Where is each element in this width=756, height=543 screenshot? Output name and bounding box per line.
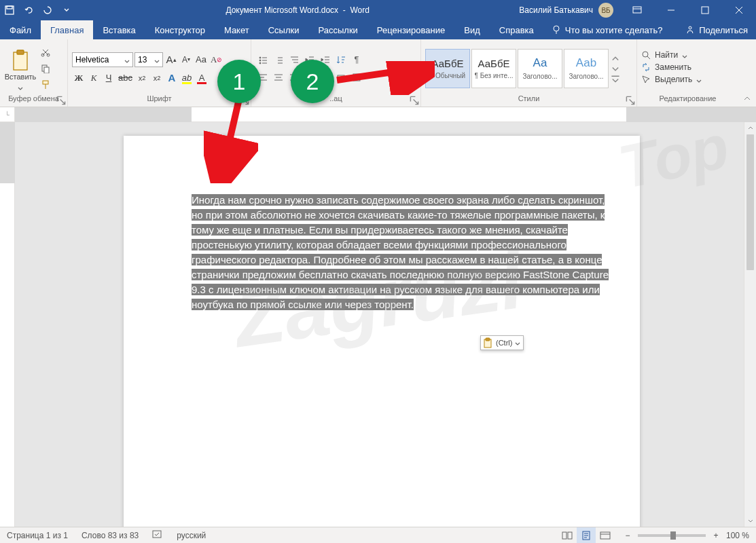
style-heading2[interactable]: Ааb Заголово... — [564, 49, 609, 88]
tell-me-search[interactable]: Что вы хотите сделать? — [543, 20, 671, 39]
group-clipboard: Вставить Буфер обмена — [0, 39, 68, 107]
format-painter-icon[interactable] — [38, 78, 53, 92]
app-name: Word — [350, 5, 369, 15]
style-no-spacing[interactable]: АаБбЕ ¶ Без инте... — [471, 49, 516, 88]
styles-gallery-controls — [610, 54, 621, 83]
tab-mailings[interactable]: Рассылки — [308, 20, 367, 39]
svg-point-4 — [554, 26, 559, 31]
styles-expand-icon[interactable] — [611, 73, 620, 83]
clipboard-icon — [482, 337, 493, 348]
font-size-dropdown[interactable]: 13 — [134, 52, 163, 67]
chevron-down-icon — [18, 82, 23, 88]
copy-icon[interactable] — [38, 62, 53, 75]
undo-icon[interactable] — [19, 0, 38, 20]
tab-layout[interactable]: Макет — [215, 20, 259, 39]
text-effect-icon[interactable]: A — [165, 71, 179, 85]
collapse-ribbon-icon[interactable] — [738, 39, 756, 107]
svg-rect-6 — [14, 52, 27, 70]
zoom-level[interactable]: 100 % — [726, 531, 749, 540]
grow-font-icon[interactable]: A▴ — [164, 53, 178, 67]
subscript-button[interactable]: x2 — [135, 71, 149, 85]
numbering-icon[interactable] — [271, 53, 286, 67]
tab-design[interactable]: Конструктор — [145, 20, 215, 39]
zoom-in-button[interactable]: + — [710, 531, 722, 540]
zoom-controls: − + 100 % — [615, 531, 756, 540]
bullets-icon[interactable] — [255, 53, 270, 67]
redo-icon[interactable] — [38, 0, 57, 20]
paste-options-label: (Ctrl) — [496, 339, 512, 347]
tab-review[interactable]: Рецензирование — [367, 20, 454, 39]
quick-access-toolbar — [0, 0, 76, 20]
user-name[interactable]: Василий Батькавич — [519, 5, 593, 15]
maximize-icon[interactable] — [689, 0, 721, 20]
selected-text[interactable]: Иногда нам срочно нужно записать содержи… — [192, 193, 618, 312]
tab-home[interactable]: Главная — [41, 20, 93, 39]
styles-scroll-down-icon[interactable] — [611, 64, 620, 73]
find-button[interactable]: Найти — [641, 50, 702, 60]
ruler-corner[interactable]: └ — [0, 107, 15, 121]
font-color-icon[interactable]: A — [195, 71, 209, 85]
status-language[interactable]: русский — [170, 531, 213, 540]
underline-button[interactable]: Ч — [102, 71, 115, 85]
annotation-marker-1: 1 — [217, 60, 261, 103]
ribbon-tabs: Файл Главная Вставка Конструктор Макет С… — [0, 20, 756, 39]
italic-button[interactable]: К — [87, 71, 101, 85]
share-button[interactable]: Поделиться — [677, 20, 756, 39]
clipboard-launcher-icon[interactable] — [56, 96, 66, 105]
scroll-down-icon[interactable] — [744, 514, 756, 527]
tab-insert[interactable]: Вставка — [93, 20, 145, 39]
scroll-thumb[interactable] — [746, 134, 754, 270]
svg-rect-20 — [486, 338, 490, 341]
styles-scroll-up-icon[interactable] — [611, 54, 620, 64]
styles-launcher-icon[interactable] — [626, 96, 635, 105]
minimize-icon[interactable] — [655, 0, 687, 20]
vertical-ruler[interactable] — [0, 122, 15, 527]
svg-point-14 — [259, 60, 261, 61]
scroll-up-icon[interactable] — [744, 122, 756, 134]
para-launcher-icon[interactable] — [410, 96, 419, 105]
horizontal-ruler[interactable]: └ — [0, 107, 756, 122]
strike-button[interactable]: abc — [117, 71, 134, 85]
replace-button[interactable]: Заменить — [641, 62, 702, 72]
print-layout-icon[interactable] — [577, 527, 596, 544]
status-words[interactable]: Слово 83 из 83 — [75, 531, 145, 540]
paste-button[interactable]: Вставить — [4, 50, 37, 88]
paste-options-popup[interactable]: (Ctrl) — [480, 335, 524, 350]
svg-rect-1 — [7, 6, 12, 9]
highlight-icon[interactable]: ab — [180, 71, 194, 85]
svg-point-5 — [689, 26, 691, 29]
bold-button[interactable]: Ж — [72, 71, 86, 85]
web-layout-icon[interactable] — [596, 527, 615, 544]
shrink-font-icon[interactable]: A▾ — [179, 53, 193, 67]
clear-format-icon[interactable]: A⊘ — [209, 53, 223, 67]
zoom-thumb[interactable] — [670, 531, 676, 540]
tab-file[interactable]: Файл — [0, 20, 41, 39]
status-page[interactable]: Страница 1 из 1 — [0, 531, 75, 540]
save-icon[interactable] — [0, 0, 19, 20]
tab-help[interactable]: Справка — [490, 20, 543, 39]
vertical-scrollbar[interactable] — [744, 122, 756, 527]
svg-rect-23 — [568, 532, 572, 539]
annotation-arrow-2 — [333, 61, 435, 95]
page[interactable]: Иногда нам срочно нужно записать содержи… — [124, 136, 640, 527]
zoom-slider[interactable] — [638, 534, 706, 537]
spellcheck-icon[interactable] — [145, 529, 170, 541]
read-mode-icon[interactable] — [558, 527, 577, 544]
font-name-dropdown[interactable]: Helvetica — [72, 52, 133, 67]
group-styles: АаБбЕ ¶ Обычный АаБбЕ ¶ Без инте... Аа З… — [421, 39, 637, 107]
cut-icon[interactable] — [38, 45, 53, 59]
close-icon[interactable] — [723, 0, 755, 20]
qat-customize-icon[interactable] — [57, 0, 76, 20]
align-center-icon[interactable] — [271, 71, 286, 84]
svg-rect-25 — [600, 532, 610, 539]
tab-references[interactable]: Ссылки — [259, 20, 309, 39]
style-heading1[interactable]: Аа Заголово... — [518, 49, 562, 88]
change-case-icon[interactable]: Aa — [194, 53, 208, 67]
user-avatar[interactable]: ВБ — [598, 3, 613, 18]
tab-view[interactable]: Вид — [454, 20, 490, 39]
ribbon-display-icon[interactable] — [622, 0, 653, 20]
zoom-out-button[interactable]: − — [622, 531, 634, 540]
select-button[interactable]: Выделить — [641, 75, 702, 84]
superscript-button[interactable]: x2 — [150, 71, 164, 85]
group-label-paragraph: ..ац — [251, 94, 420, 107]
